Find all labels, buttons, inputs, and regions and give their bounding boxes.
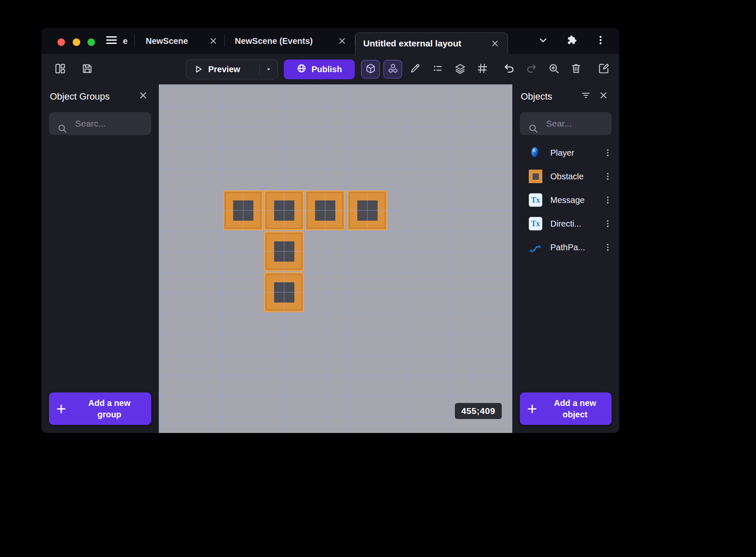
undo-icon bbox=[503, 63, 515, 76]
object-label: Player bbox=[550, 148, 574, 158]
object-menu-button[interactable] bbox=[603, 195, 612, 205]
toolbar-left-group bbox=[51, 60, 96, 78]
zoom-button[interactable] bbox=[544, 60, 563, 78]
object-row-pathpaint[interactable]: PathPa... bbox=[512, 235, 619, 259]
close-object-groups-button[interactable] bbox=[136, 89, 150, 104]
publish-button[interactable]: Publish bbox=[284, 59, 355, 79]
object-groups-panel-toggle-button[interactable] bbox=[383, 60, 402, 78]
object-label: Obstacle bbox=[550, 172, 584, 181]
object-label: Message bbox=[550, 195, 585, 205]
redo-button[interactable] bbox=[522, 60, 541, 78]
obstacle-instance[interactable] bbox=[223, 190, 263, 230]
cube-icon bbox=[365, 63, 376, 76]
tab-close-icon[interactable] bbox=[491, 39, 499, 48]
object-row-message[interactable]: Tx Message bbox=[512, 188, 619, 212]
gdevelop-window: e NewScene NewScene (Events) Untitled ex… bbox=[41, 28, 619, 433]
layers-icon bbox=[454, 63, 466, 76]
instances-list-button[interactable] bbox=[428, 60, 447, 78]
close-icon bbox=[599, 91, 608, 103]
obstacle-instance-center bbox=[274, 282, 294, 303]
add-object-label-line2: object bbox=[563, 410, 587, 419]
grid-icon bbox=[477, 63, 488, 76]
extensions-button[interactable] bbox=[564, 33, 579, 49]
redo-icon bbox=[526, 63, 537, 76]
obstacle-instance[interactable] bbox=[264, 272, 304, 312]
obstacle-instance[interactable] bbox=[305, 190, 345, 230]
obstacle-instance-center bbox=[274, 200, 294, 221]
globe-icon bbox=[296, 63, 307, 76]
instances-list-icon bbox=[432, 63, 443, 76]
save-button[interactable] bbox=[78, 60, 96, 78]
filter-icon bbox=[581, 90, 591, 103]
zoom-in-icon bbox=[548, 63, 560, 76]
tab-bar: e NewScene NewScene (Events) Untitled ex… bbox=[41, 28, 619, 54]
path-object-icon bbox=[528, 240, 543, 254]
add-object-button[interactable]: Add a new object bbox=[520, 392, 612, 425]
delete-button[interactable] bbox=[567, 60, 585, 78]
tab-newscene[interactable]: NewScene bbox=[135, 28, 224, 54]
add-group-label-line1: Add a new bbox=[88, 398, 131, 408]
trash-icon bbox=[571, 63, 582, 76]
close-objects-button[interactable] bbox=[596, 89, 611, 104]
edit-scene-button[interactable] bbox=[406, 60, 424, 78]
text-object-icon: Tx bbox=[528, 193, 543, 207]
toolbar-icon-group bbox=[361, 60, 613, 78]
object-label: PathPa... bbox=[550, 243, 585, 252]
tab-close-icon[interactable] bbox=[209, 37, 218, 45]
cubes-icon bbox=[387, 63, 399, 76]
undo-button[interactable] bbox=[500, 60, 518, 78]
preview-button[interactable]: Preview bbox=[186, 59, 278, 79]
obstacle-instance-center bbox=[357, 200, 378, 221]
object-row-obstacle[interactable]: Obstacle bbox=[512, 165, 619, 188]
collapse-tabs-button[interactable] bbox=[536, 33, 551, 49]
object-menu-button[interactable] bbox=[603, 148, 612, 157]
tab-newscene-events[interactable]: NewScene (Events) bbox=[225, 28, 355, 54]
scene-properties-button[interactable] bbox=[595, 60, 613, 78]
objects-empty-area bbox=[512, 259, 619, 392]
obstacle-instance-center bbox=[315, 200, 335, 221]
layers-button[interactable] bbox=[451, 60, 469, 78]
add-group-label: Add a new group bbox=[73, 397, 151, 420]
add-group-button[interactable]: Add a new group bbox=[49, 392, 151, 425]
obstacle-instance[interactable] bbox=[347, 190, 387, 230]
tab-label: Untitled external layout bbox=[363, 38, 461, 49]
text-icon-glyph: Tx bbox=[529, 217, 542, 230]
tab-label: NewScene bbox=[146, 36, 188, 46]
object-row-directions[interactable]: Tx Directi... bbox=[512, 212, 619, 235]
play-icon bbox=[194, 65, 203, 74]
object-label: Directi... bbox=[550, 219, 581, 229]
text-object-icon: Tx bbox=[528, 216, 543, 231]
grid-button[interactable] bbox=[473, 60, 492, 78]
obstacle-instance[interactable] bbox=[264, 190, 304, 230]
add-object-label: Add a new object bbox=[544, 397, 612, 420]
preview-label: Preview bbox=[208, 65, 240, 74]
minimize-window-button[interactable] bbox=[73, 38, 80, 46]
add-group-label-line2: group bbox=[98, 410, 122, 419]
window-menu-button[interactable] bbox=[593, 33, 608, 49]
obstacle-instance[interactable] bbox=[264, 231, 304, 271]
main-menu-button[interactable] bbox=[105, 35, 118, 47]
filter-objects-button[interactable] bbox=[579, 89, 593, 104]
object-groups-panel: Object Groups Add bbox=[41, 84, 159, 433]
object-groups-header: Object Groups bbox=[41, 84, 159, 109]
object-row-player[interactable]: Player bbox=[512, 141, 619, 165]
plus-icon bbox=[49, 403, 73, 414]
objects-panel-toggle-button[interactable] bbox=[361, 60, 380, 78]
close-window-button[interactable] bbox=[57, 38, 65, 46]
tabbar-right-controls bbox=[536, 28, 619, 54]
object-menu-button[interactable] bbox=[603, 172, 612, 181]
project-manager-button[interactable] bbox=[51, 60, 69, 78]
object-menu-button[interactable] bbox=[603, 243, 612, 252]
close-icon bbox=[139, 91, 148, 103]
maximize-window-button[interactable] bbox=[87, 38, 95, 46]
cursor-coordinates-badge: 455;409 bbox=[455, 403, 502, 419]
preview-dropdown-button[interactable] bbox=[260, 65, 277, 73]
plus-icon bbox=[520, 403, 544, 414]
scene-canvas[interactable]: 455;409 bbox=[159, 84, 512, 433]
object-menu-button[interactable] bbox=[603, 219, 612, 228]
tab-untitled-external-layout[interactable]: Untitled external layout bbox=[355, 32, 508, 54]
tab-partial[interactable]: e bbox=[120, 28, 134, 54]
object-groups-title: Object Groups bbox=[50, 91, 110, 102]
tab-close-icon[interactable] bbox=[338, 37, 346, 45]
puzzle-icon bbox=[566, 35, 577, 47]
